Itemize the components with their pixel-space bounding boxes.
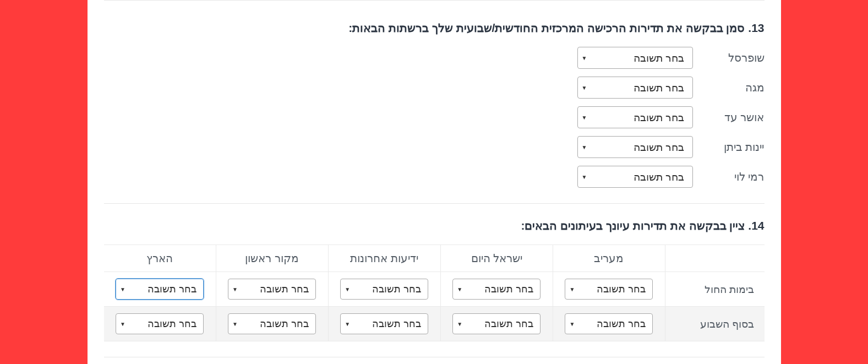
- q14-header-empty: [665, 245, 765, 272]
- survey-page: 13. סמן בבקשה את תדירות הרכישה המרכזית ה…: [88, 0, 781, 364]
- select-wrap: בחר תשובה ▼: [228, 279, 316, 300]
- select-wrap: בחר תשובה ▼: [577, 47, 693, 69]
- question-14: 14. ציין בבקשה את תדירות עיונך בעיתונים …: [104, 204, 765, 357]
- q14-select-weekday-makor-rishon[interactable]: בחר תשובה: [228, 279, 316, 300]
- q13-select-yeinot-bitan[interactable]: בחר תשובה: [577, 136, 693, 158]
- select-wrap: בחר תשובה ▼: [577, 77, 693, 99]
- q14-col-yediot: ידיעות אחרונות: [328, 245, 440, 272]
- select-wrap: בחר תשובה ▼: [565, 313, 653, 334]
- q14-select-weekend-makor-rishon[interactable]: בחר תשובה: [228, 313, 316, 334]
- q14-select-weekday-yediot[interactable]: בחר תשובה: [340, 279, 428, 300]
- q14-header-row: מעריב ישראל היום ידיעות אחרונות מקור ראש…: [104, 245, 765, 272]
- q14-select-weekday-israel-hayom[interactable]: בחר תשובה: [452, 279, 541, 300]
- q14-row-weekend: בסוף השבוע בחר תשובה ▼ בחר תשובה: [104, 307, 765, 341]
- q13-row-shufersal: שופרסל בחר תשובה ▼: [104, 47, 765, 69]
- q13-row-mega: מגה בחר תשובה ▼: [104, 77, 765, 99]
- q14-table: מעריב ישראל היום ידיעות אחרונות מקור ראש…: [104, 245, 765, 341]
- q13-select-shufersal[interactable]: בחר תשובה: [577, 47, 693, 69]
- q13-label: יינות ביתן: [693, 140, 765, 154]
- q13-label: מגה: [693, 81, 765, 94]
- question-13-title: 13. סמן בבקשה את תדירות הרכישה המרכזית ה…: [104, 21, 765, 35]
- divider-after-q14: [104, 357, 765, 357]
- q13-label: שופרסל: [693, 51, 765, 64]
- select-wrap: בחר תשובה ▼: [228, 313, 316, 334]
- q14-select-weekday-maariv[interactable]: בחר תשובה: [565, 279, 653, 300]
- select-wrap: בחר תשובה ▼: [577, 106, 693, 128]
- question-13: 13. סמן בבקשה את תדירות הרכישה המרכזית ה…: [104, 6, 765, 204]
- select-wrap: בחר תשובה ▼: [452, 313, 541, 334]
- q14-col-maariv: מעריב: [553, 245, 665, 272]
- select-wrap: בחר תשובה ▼: [577, 166, 693, 188]
- q13-row-yeinot-bitan: יינות ביתן בחר תשובה ▼: [104, 136, 765, 158]
- q13-label: רמי לוי: [693, 170, 765, 183]
- q14-select-weekend-israel-hayom[interactable]: בחר תשובה: [452, 313, 541, 334]
- question-14-title: 14. ציין בבקשה את תדירות עיונך בעיתונים …: [104, 219, 765, 232]
- select-wrap: בחר תשובה ▼: [340, 313, 428, 334]
- select-wrap: בחר תשובה ▼: [340, 279, 428, 300]
- q14-row-weekdays: בימות החול בחר תשובה ▼ בחר תשובה: [104, 272, 765, 307]
- q13-select-rami-levi[interactable]: בחר תשובה: [577, 166, 693, 188]
- q14-select-weekend-maariv[interactable]: בחר תשובה: [565, 313, 653, 334]
- q13-row-osher-ad: אושר עד בחר תשובה ▼: [104, 106, 765, 128]
- select-wrap: בחר תשובה ▼: [565, 279, 653, 300]
- q14-col-haaretz: הארץ: [104, 245, 216, 272]
- select-wrap: בחר תשובה ▼: [116, 313, 204, 334]
- q14-row-label: בסוף השבוע: [665, 307, 765, 341]
- q13-select-osher-ad[interactable]: בחר תשובה: [577, 106, 693, 128]
- select-wrap: בחר תשובה ▼: [577, 136, 693, 158]
- select-wrap: בחר תשובה ▼: [452, 279, 541, 300]
- q14-col-israel-hayom: ישראל היום: [440, 245, 553, 272]
- q13-select-mega[interactable]: בחר תשובה: [577, 77, 693, 99]
- q13-label: אושר עד: [693, 111, 765, 124]
- q14-col-makor-rishon: מקור ראשון: [216, 245, 328, 272]
- q14-select-weekday-haaretz[interactable]: בחר תשובה: [116, 279, 204, 300]
- divider-top: [104, 0, 765, 1]
- q13-row-rami-levi: רמי לוי בחר תשובה ▼: [104, 166, 765, 188]
- q14-select-weekend-haaretz[interactable]: בחר תשובה: [116, 313, 204, 334]
- q14-select-weekend-yediot[interactable]: בחר תשובה: [340, 313, 428, 334]
- select-wrap: בחר תשובה ▼: [116, 279, 204, 300]
- q14-row-label: בימות החול: [665, 272, 765, 307]
